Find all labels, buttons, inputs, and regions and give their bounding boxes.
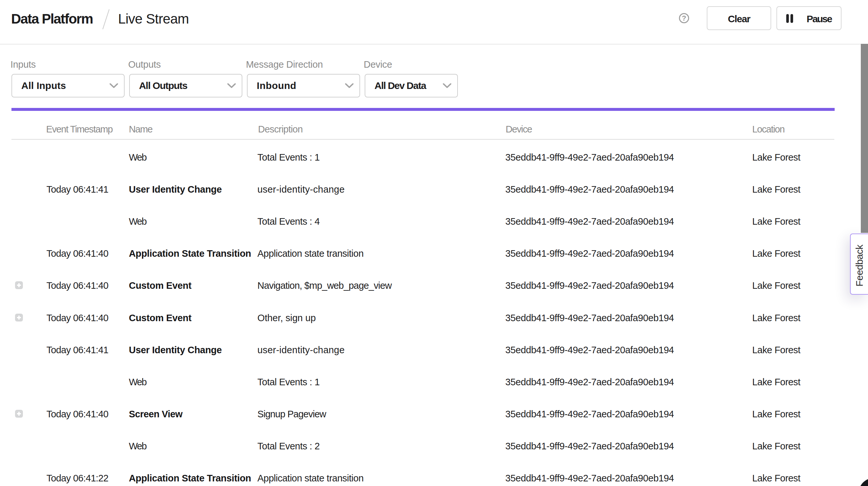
svg-text:?: ? [682,14,686,22]
